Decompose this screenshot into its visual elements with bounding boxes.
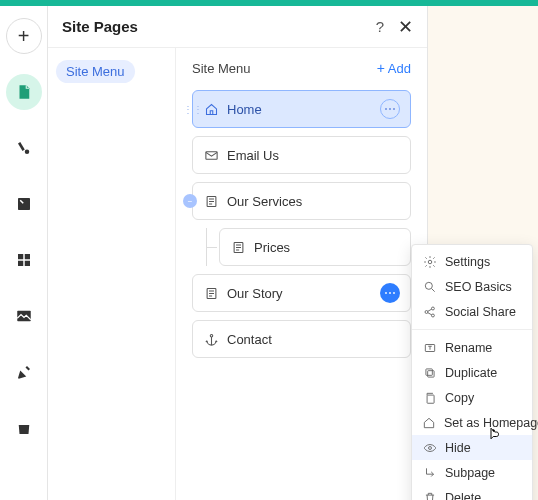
pages-button[interactable] <box>6 74 42 110</box>
collapse-toggle[interactable]: − <box>183 194 197 208</box>
menu-settings[interactable]: Settings <box>412 249 532 274</box>
add-element-button[interactable]: + <box>6 18 42 54</box>
close-icon[interactable]: ✕ <box>398 18 413 36</box>
page-label: Contact <box>227 332 272 347</box>
page-actions-button[interactable] <box>380 99 400 119</box>
page-icon <box>203 193 219 209</box>
design-button[interactable] <box>6 130 42 166</box>
menu-homepage[interactable]: Set as Homepage <box>412 410 532 435</box>
drag-handle-icon[interactable]: ⋮⋮ <box>183 104 203 115</box>
subpage-icon <box>422 465 437 480</box>
svg-rect-2 <box>18 254 23 259</box>
menu-label: Settings <box>445 255 490 269</box>
home-icon <box>203 101 219 117</box>
svg-point-11 <box>210 334 213 337</box>
svg-point-21 <box>428 446 431 449</box>
menu-seo[interactable]: SEO Basics <box>412 274 532 299</box>
page-item-prices[interactable]: Prices <box>219 228 411 266</box>
trash-icon <box>422 490 437 500</box>
site-pages-panel: Site Pages ? ✕ Site Menu Site Menu +Add … <box>48 6 428 500</box>
store-button[interactable] <box>6 410 42 446</box>
page-label: Our Story <box>227 286 283 301</box>
text-icon <box>422 340 437 355</box>
panel-sidebar: Site Menu <box>48 48 176 500</box>
panel-title: Site Pages <box>62 18 138 35</box>
page-label: Email Us <box>227 148 279 163</box>
svg-rect-1 <box>18 198 30 210</box>
menu-social[interactable]: Social Share <box>412 299 532 324</box>
menu-label: Subpage <box>445 466 495 480</box>
copy-icon <box>422 390 437 405</box>
menu-subpage[interactable]: Subpage <box>412 460 532 485</box>
menu-label: Set as Homepage <box>444 416 538 430</box>
help-icon[interactable]: ? <box>376 18 384 35</box>
menu-label: Hide <box>445 441 471 455</box>
page-item-contact[interactable]: Contact <box>192 320 411 358</box>
menu-copy[interactable]: Copy <box>412 385 532 410</box>
svg-rect-3 <box>24 254 29 259</box>
page-icon <box>230 239 246 255</box>
menu-rename[interactable]: Rename <box>412 335 532 360</box>
page-icon <box>203 285 219 301</box>
menu-label: Rename <box>445 341 492 355</box>
svg-point-12 <box>428 260 432 264</box>
page-list: ⋮⋮ Home Email Us − Our Services <box>192 90 411 358</box>
add-label: Add <box>388 61 411 76</box>
svg-point-0 <box>24 150 29 155</box>
menu-label: Copy <box>445 391 474 405</box>
vertical-toolbar: + <box>0 6 48 500</box>
panel-header: Site Pages ? ✕ <box>48 6 427 48</box>
page-item-services[interactable]: − Our Services <box>192 182 411 220</box>
svg-rect-4 <box>18 261 23 266</box>
home-icon <box>422 415 436 430</box>
media-button[interactable] <box>6 186 42 222</box>
section-title: Site Menu <box>192 61 251 76</box>
panel-main: Site Menu +Add ⋮⋮ Home Email Us − <box>176 48 427 500</box>
page-item-email[interactable]: Email Us <box>192 136 411 174</box>
duplicate-icon <box>422 365 437 380</box>
menu-duplicate[interactable]: Duplicate <box>412 360 532 385</box>
page-label: Our Services <box>227 194 302 209</box>
page-item-home[interactable]: ⋮⋮ Home <box>192 90 411 128</box>
eye-icon <box>422 440 437 455</box>
apps-button[interactable] <box>6 242 42 278</box>
page-item-story[interactable]: Our Story <box>192 274 411 312</box>
menu-delete[interactable]: Delete <box>412 485 532 500</box>
context-menu: Settings SEO Basics Social Share Rename … <box>411 244 533 500</box>
menu-label: Delete <box>445 491 481 501</box>
menu-hide[interactable]: Hide <box>412 435 532 460</box>
page-label: Home <box>227 102 262 117</box>
anchor-icon <box>203 331 219 347</box>
blog-button[interactable] <box>6 354 42 390</box>
mail-icon <box>203 147 219 163</box>
page-actions-button[interactable] <box>380 283 400 303</box>
add-page-button[interactable]: +Add <box>377 60 411 76</box>
menu-label: Duplicate <box>445 366 497 380</box>
menu-label: SEO Basics <box>445 280 512 294</box>
page-label: Prices <box>254 240 290 255</box>
menu-label: Social Share <box>445 305 516 319</box>
site-menu-pill[interactable]: Site Menu <box>56 60 135 83</box>
svg-rect-5 <box>24 261 29 266</box>
svg-rect-20 <box>427 395 434 403</box>
menu-divider <box>412 329 532 330</box>
svg-point-13 <box>425 282 432 289</box>
svg-rect-18 <box>427 370 433 376</box>
image-button[interactable] <box>6 298 42 334</box>
svg-rect-19 <box>425 368 431 374</box>
gear-icon <box>422 254 437 269</box>
share-icon <box>422 304 437 319</box>
search-icon <box>422 279 437 294</box>
